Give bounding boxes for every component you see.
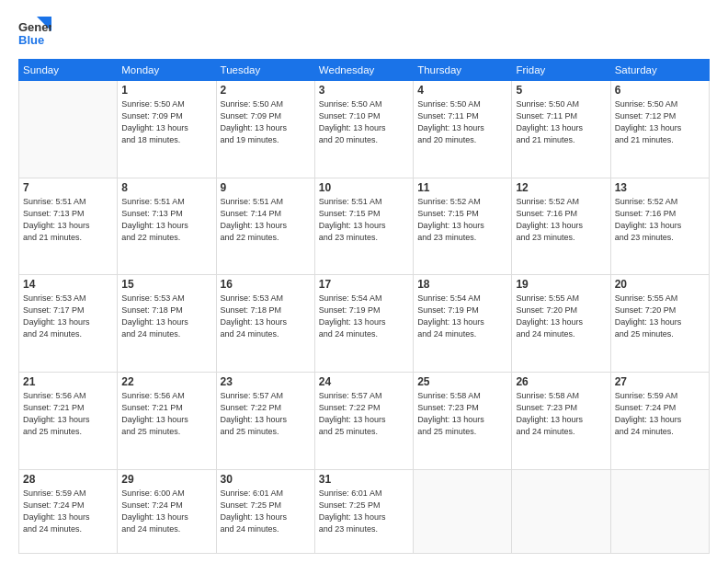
day-number: 19 xyxy=(516,278,606,291)
week-row-4: 21Sunrise: 5:56 AMSunset: 7:21 PMDayligh… xyxy=(19,373,710,470)
day-info: Sunrise: 5:51 AMSunset: 7:15 PMDaylight:… xyxy=(319,196,409,244)
calendar-cell: 4Sunrise: 5:50 AMSunset: 7:11 PMDaylight… xyxy=(414,81,512,178)
calendar-cell: 29Sunrise: 6:00 AMSunset: 7:24 PMDayligh… xyxy=(118,469,216,553)
calendar-cell: 28Sunrise: 5:59 AMSunset: 7:24 PMDayligh… xyxy=(19,469,118,553)
day-info: Sunrise: 5:50 AMSunset: 7:12 PMDaylight:… xyxy=(615,98,705,146)
day-number: 5 xyxy=(516,84,606,97)
day-info: Sunrise: 5:51 AMSunset: 7:13 PMDaylight:… xyxy=(23,196,113,244)
calendar-table: SundayMondayTuesdayWednesdayThursdayFrid… xyxy=(18,59,710,554)
day-number: 31 xyxy=(319,473,409,486)
calendar-cell: 18Sunrise: 5:54 AMSunset: 7:19 PMDayligh… xyxy=(414,275,512,373)
calendar-cell: 1Sunrise: 5:50 AMSunset: 7:09 PMDaylight… xyxy=(118,81,216,178)
day-info: Sunrise: 5:53 AMSunset: 7:18 PMDaylight:… xyxy=(221,293,311,340)
weekday-header-monday: Monday xyxy=(118,60,216,81)
svg-text:Blue: Blue xyxy=(18,33,44,47)
calendar-cell xyxy=(512,469,610,553)
weekday-header-saturday: Saturday xyxy=(610,60,709,81)
day-info: Sunrise: 5:51 AMSunset: 7:13 PMDaylight:… xyxy=(121,196,211,244)
calendar-cell: 13Sunrise: 5:52 AMSunset: 7:16 PMDayligh… xyxy=(610,178,709,275)
calendar-cell: 21Sunrise: 5:56 AMSunset: 7:21 PMDayligh… xyxy=(19,373,118,470)
day-number: 18 xyxy=(417,278,507,291)
day-info: Sunrise: 5:59 AMSunset: 7:24 PMDaylight:… xyxy=(23,488,113,535)
day-info: Sunrise: 5:54 AMSunset: 7:19 PMDaylight:… xyxy=(417,293,507,340)
calendar-cell: 19Sunrise: 5:55 AMSunset: 7:20 PMDayligh… xyxy=(512,275,610,373)
day-number: 3 xyxy=(319,84,409,97)
calendar-cell: 9Sunrise: 5:51 AMSunset: 7:14 PMDaylight… xyxy=(216,178,314,275)
day-info: Sunrise: 5:50 AMSunset: 7:09 PMDaylight:… xyxy=(221,98,311,146)
day-number: 4 xyxy=(417,84,507,97)
day-info: Sunrise: 5:50 AMSunset: 7:11 PMDaylight:… xyxy=(417,98,507,146)
calendar-cell: 20Sunrise: 5:55 AMSunset: 7:20 PMDayligh… xyxy=(610,275,709,373)
calendar-cell: 10Sunrise: 5:51 AMSunset: 7:15 PMDayligh… xyxy=(314,178,413,275)
calendar-cell: 12Sunrise: 5:52 AMSunset: 7:16 PMDayligh… xyxy=(512,178,610,275)
calendar-cell: 15Sunrise: 5:53 AMSunset: 7:18 PMDayligh… xyxy=(118,275,216,373)
calendar-cell: 26Sunrise: 5:58 AMSunset: 7:23 PMDayligh… xyxy=(512,373,610,470)
day-number: 28 xyxy=(23,473,113,486)
logo: GeneralBlue xyxy=(18,17,51,50)
calendar-cell: 22Sunrise: 5:56 AMSunset: 7:21 PMDayligh… xyxy=(118,373,216,470)
day-number: 12 xyxy=(516,181,606,194)
day-info: Sunrise: 5:50 AMSunset: 7:09 PMDaylight:… xyxy=(121,98,211,146)
svg-text:General: General xyxy=(18,20,51,34)
day-info: Sunrise: 5:52 AMSunset: 7:16 PMDaylight:… xyxy=(615,196,705,244)
day-info: Sunrise: 5:58 AMSunset: 7:23 PMDaylight:… xyxy=(516,390,606,438)
day-info: Sunrise: 5:52 AMSunset: 7:15 PMDaylight:… xyxy=(417,196,507,244)
week-row-3: 14Sunrise: 5:53 AMSunset: 7:17 PMDayligh… xyxy=(19,275,710,373)
calendar-cell xyxy=(414,469,512,553)
day-number: 30 xyxy=(221,473,311,486)
day-number: 22 xyxy=(121,375,211,388)
day-info: Sunrise: 5:53 AMSunset: 7:17 PMDaylight:… xyxy=(23,293,113,340)
day-number: 24 xyxy=(319,375,409,388)
day-number: 17 xyxy=(319,278,409,291)
day-info: Sunrise: 6:01 AMSunset: 7:25 PMDaylight:… xyxy=(221,488,311,535)
day-info: Sunrise: 6:01 AMSunset: 7:25 PMDaylight:… xyxy=(319,488,409,535)
day-info: Sunrise: 5:56 AMSunset: 7:21 PMDaylight:… xyxy=(121,390,211,438)
day-number: 6 xyxy=(615,84,705,97)
day-number: 10 xyxy=(319,181,409,194)
day-info: Sunrise: 5:56 AMSunset: 7:21 PMDaylight:… xyxy=(23,390,113,438)
day-info: Sunrise: 5:57 AMSunset: 7:22 PMDaylight:… xyxy=(221,390,311,438)
day-info: Sunrise: 5:58 AMSunset: 7:23 PMDaylight:… xyxy=(417,390,507,438)
weekday-header-sunday: Sunday xyxy=(19,60,118,81)
day-info: Sunrise: 5:55 AMSunset: 7:20 PMDaylight:… xyxy=(615,293,705,340)
day-info: Sunrise: 5:52 AMSunset: 7:16 PMDaylight:… xyxy=(516,196,606,244)
day-info: Sunrise: 5:53 AMSunset: 7:18 PMDaylight:… xyxy=(121,293,211,340)
calendar-cell: 11Sunrise: 5:52 AMSunset: 7:15 PMDayligh… xyxy=(414,178,512,275)
day-number: 23 xyxy=(221,375,311,388)
calendar-cell xyxy=(19,81,118,178)
day-number: 20 xyxy=(615,278,705,291)
day-number: 8 xyxy=(121,181,211,194)
day-number: 14 xyxy=(23,278,113,291)
weekday-header-row: SundayMondayTuesdayWednesdayThursdayFrid… xyxy=(19,60,710,81)
day-info: Sunrise: 5:55 AMSunset: 7:20 PMDaylight:… xyxy=(516,293,606,340)
calendar-cell: 6Sunrise: 5:50 AMSunset: 7:12 PMDaylight… xyxy=(610,81,709,178)
day-info: Sunrise: 5:57 AMSunset: 7:22 PMDaylight:… xyxy=(319,390,409,438)
week-row-2: 7Sunrise: 5:51 AMSunset: 7:13 PMDaylight… xyxy=(19,178,710,275)
day-number: 15 xyxy=(121,278,211,291)
day-number: 9 xyxy=(221,181,311,194)
day-number: 2 xyxy=(221,84,311,97)
day-number: 1 xyxy=(121,84,211,97)
day-info: Sunrise: 5:59 AMSunset: 7:24 PMDaylight:… xyxy=(615,390,705,438)
calendar-cell: 14Sunrise: 5:53 AMSunset: 7:17 PMDayligh… xyxy=(19,275,118,373)
day-info: Sunrise: 5:50 AMSunset: 7:10 PMDaylight:… xyxy=(319,98,409,146)
day-number: 13 xyxy=(615,181,705,194)
day-number: 29 xyxy=(121,473,211,486)
day-info: Sunrise: 6:00 AMSunset: 7:24 PMDaylight:… xyxy=(121,488,211,535)
weekday-header-tuesday: Tuesday xyxy=(216,60,314,81)
day-info: Sunrise: 5:54 AMSunset: 7:19 PMDaylight:… xyxy=(319,293,409,340)
calendar-cell xyxy=(610,469,709,553)
page: GeneralBlue SundayMondayTuesdayWednesday… xyxy=(0,0,728,563)
day-info: Sunrise: 5:51 AMSunset: 7:14 PMDaylight:… xyxy=(221,196,311,244)
calendar-cell: 16Sunrise: 5:53 AMSunset: 7:18 PMDayligh… xyxy=(216,275,314,373)
calendar-cell: 3Sunrise: 5:50 AMSunset: 7:10 PMDaylight… xyxy=(314,81,413,178)
weekday-header-friday: Friday xyxy=(512,60,610,81)
week-row-5: 28Sunrise: 5:59 AMSunset: 7:24 PMDayligh… xyxy=(19,469,710,553)
day-number: 26 xyxy=(516,375,606,388)
day-number: 11 xyxy=(417,181,507,194)
week-row-1: 1Sunrise: 5:50 AMSunset: 7:09 PMDaylight… xyxy=(19,81,710,178)
calendar-cell: 8Sunrise: 5:51 AMSunset: 7:13 PMDaylight… xyxy=(118,178,216,275)
day-number: 25 xyxy=(417,375,507,388)
day-number: 16 xyxy=(221,278,311,291)
calendar-cell: 27Sunrise: 5:59 AMSunset: 7:24 PMDayligh… xyxy=(610,373,709,470)
